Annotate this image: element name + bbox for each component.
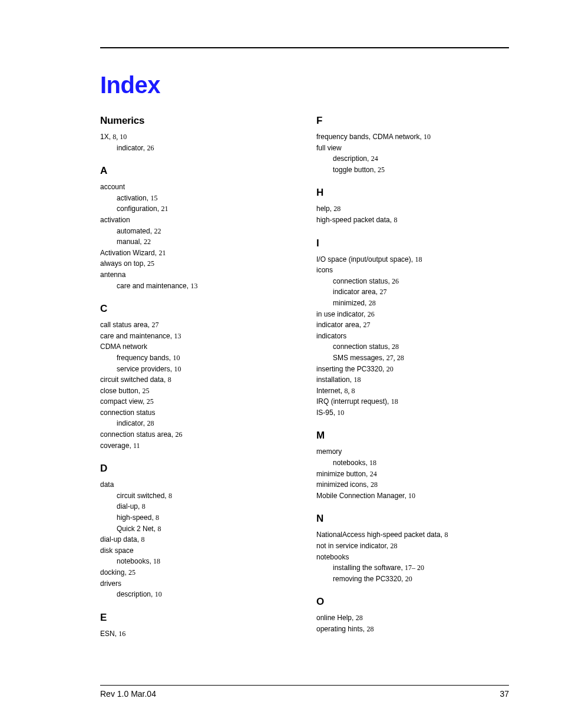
index-entry: CDMA network <box>100 341 293 353</box>
index-term: full view <box>316 144 342 152</box>
index-entry: IRQ (interrupt request), 18 <box>316 396 509 407</box>
page-ref: 28 <box>369 299 376 307</box>
index-term: CDMA network <box>100 342 147 351</box>
page-ref: 8 <box>168 375 171 384</box>
page-ref: 8, 8 <box>344 387 355 395</box>
index-term: connection status <box>333 342 388 351</box>
page-ref: 21 <box>158 249 166 257</box>
index-entry: online Help, 28 <box>316 612 509 624</box>
page-ref: 13 <box>174 332 181 340</box>
page-ref: 8 <box>394 216 397 224</box>
index-term: care and maintenance <box>100 332 170 340</box>
index-term: connection status <box>333 277 388 285</box>
page-ref: 26 <box>392 277 399 285</box>
page-ref: 8 <box>168 492 172 500</box>
index-entry: NationalAccess high-speed packet data, 8 <box>316 529 509 541</box>
index-term: description <box>333 154 367 163</box>
index-term: 1X <box>100 133 109 141</box>
section-head: N <box>316 513 509 525</box>
index-term: Mobile Connection Manager <box>316 492 404 500</box>
index-term: Activation Wizard <box>100 249 155 257</box>
index-term: indicator area <box>333 288 376 296</box>
page-ref: 15 <box>150 194 157 202</box>
section-head: D <box>100 463 293 475</box>
footer-row: Rev 1.0 Mar.04 37 <box>100 689 509 699</box>
footer-page-number: 37 <box>500 689 509 699</box>
index-entry: connection status, 26 <box>333 276 509 287</box>
page-ref: 18 <box>415 255 422 263</box>
index-term: circuit switched data <box>100 375 164 384</box>
index-term: notebooks <box>117 557 149 565</box>
index-entry: connection status <box>100 407 293 419</box>
page-ref: 24 <box>371 154 378 163</box>
index-entry: Internet, 8, 8 <box>316 386 509 397</box>
page-ref: 28 <box>147 419 154 427</box>
index-entry: high-speed, 8 <box>117 512 293 523</box>
bottom-rule <box>100 685 509 686</box>
index-title: Index <box>100 72 509 98</box>
index-entry: notebooks <box>316 552 509 563</box>
page-ref: 28 <box>366 625 373 633</box>
index-term: ESN <box>100 630 115 638</box>
page-ref: 8, 10 <box>113 133 127 141</box>
index-entry: connection status, 28 <box>333 341 509 353</box>
index-entry: ESN, 16 <box>100 628 293 640</box>
page-ref: 18 <box>353 375 361 384</box>
index-term: high-speed <box>117 513 151 522</box>
index-entry: help, 28 <box>316 203 509 215</box>
index-term: coverage <box>100 442 129 450</box>
page-ref: 10 <box>337 409 344 417</box>
index-term: connection status <box>100 409 155 417</box>
page-ref: 16 <box>118 630 125 638</box>
index-term: memory <box>316 447 342 456</box>
index-term: antenna <box>100 271 125 279</box>
index-term: not in service indicator <box>316 542 386 550</box>
index-term: description <box>117 590 151 598</box>
index-entry: SMS messages, 27, 28 <box>333 353 509 364</box>
separator: , <box>382 354 386 362</box>
index-term: indicator area <box>316 321 359 329</box>
index-entry: automated, 22 <box>117 226 293 237</box>
index-entry: toggle button, 25 <box>333 164 509 176</box>
index-term: I/O space (input/output space) <box>316 255 411 263</box>
page-ref: 28 <box>392 342 399 351</box>
index-entry: frequency bands, 10 <box>117 353 293 364</box>
page-ref: 18 <box>369 459 376 467</box>
index-term: notebooks <box>316 553 349 561</box>
index-entry: installation, 18 <box>316 374 509 386</box>
index-term: data <box>100 480 114 489</box>
index-entry: in use indicator, 26 <box>316 309 509 320</box>
page-ref: 10 <box>174 365 181 373</box>
page-ref: 20 <box>405 575 412 583</box>
section-head: F <box>316 115 509 127</box>
footer-left: Rev 1.0 Mar.04 <box>100 689 156 699</box>
index-entry: indicators <box>316 331 509 342</box>
section-head: C <box>100 303 293 315</box>
index-term: frequency bands <box>117 354 169 362</box>
page-ref: 27, 28 <box>386 354 404 362</box>
page-ref: 18 <box>391 397 398 406</box>
separator: , <box>352 614 356 622</box>
index-term: icons <box>316 266 333 274</box>
separator: , <box>164 375 168 384</box>
index-term: activation <box>100 216 130 224</box>
page: Index Numerics1X, 8, 10indicator, 26Aacc… <box>0 0 562 728</box>
page-ref: 8 <box>141 535 144 543</box>
separator: , <box>367 154 371 163</box>
page-ref: 27 <box>151 321 158 329</box>
index-entry: inserting the PC3320, 20 <box>316 364 509 375</box>
index-term: account <box>100 183 125 191</box>
index-term: notebooks <box>333 459 365 467</box>
index-term: compact view <box>100 397 143 406</box>
separator: , <box>151 590 155 598</box>
index-term: manual <box>117 238 140 246</box>
top-rule <box>100 47 509 48</box>
section-head: H <box>316 187 509 199</box>
index-columns: Numerics1X, 8, 10indicator, 26Aaccountac… <box>100 115 509 639</box>
index-term: in use indicator <box>316 310 363 318</box>
index-term: dial-up data <box>100 535 137 543</box>
index-entry: care and maintenance, 13 <box>100 331 293 342</box>
page-ref: 20 <box>386 365 394 373</box>
index-term: NationalAccess high-speed packet data <box>316 531 441 539</box>
page-ref: 21 <box>161 205 168 213</box>
